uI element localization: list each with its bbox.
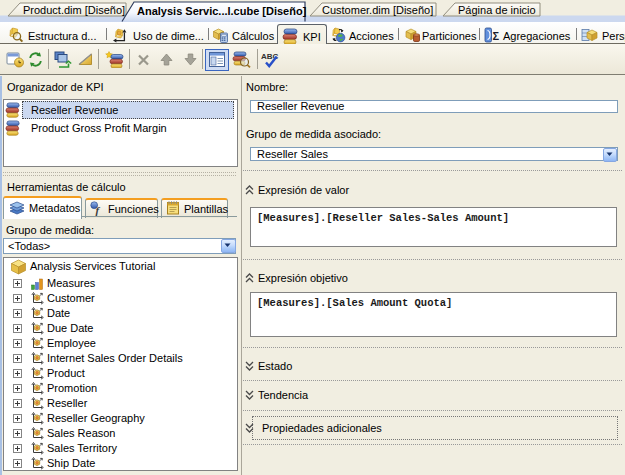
svg-text:Customer.dim [Diseño]: Customer.dim [Diseño] — [322, 4, 433, 16]
svg-text:Analysis Servic...l.cube [Dise: Analysis Servic...l.cube [Diseño] — [137, 5, 307, 17]
svg-text:Σ: Σ — [493, 30, 500, 42]
svg-text:f: f — [96, 204, 101, 216]
svg-text:Product.dim [Diseño]: Product.dim [Diseño] — [23, 4, 125, 16]
svg-text:Página de inicio: Página de inicio — [458, 4, 536, 16]
